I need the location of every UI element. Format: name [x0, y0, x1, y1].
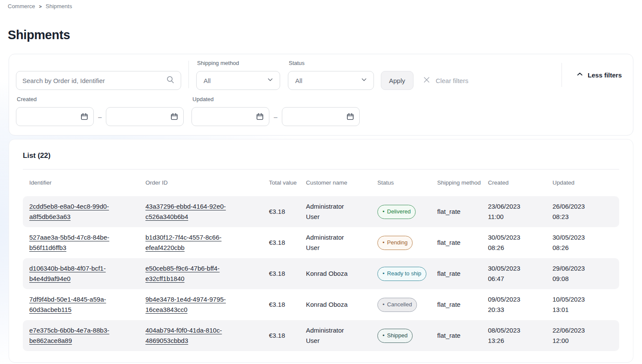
shipping-method-select[interactable]: All [196, 71, 280, 90]
table-row: d106340b-b4b8-4f07-bcf1-b4e4d9af94e0e50c… [23, 258, 619, 289]
status-label: Pending [387, 238, 408, 248]
cell-created: 30/05/2023 08:26 [488, 232, 552, 253]
shipping-method-group: Shipping method All [196, 60, 288, 90]
clear-filters-button[interactable]: Clear filters [423, 71, 469, 90]
cell-status: •Cancelled [377, 298, 437, 312]
date-range-dash: – [274, 113, 277, 120]
date-range-dash: – [98, 113, 102, 120]
filter-divider [188, 61, 189, 88]
clear-group: Clear filters [414, 60, 469, 90]
status-label: Delivered [387, 207, 411, 217]
filters-top-row: Shipping method All Status All [9, 54, 633, 94]
table-body: 2cdd5eb8-e8a0-4ec8-99d0-a8f5db6e3a6343a3… [23, 196, 619, 351]
status-value: All [295, 77, 302, 84]
status-badge: •Cancelled [377, 298, 417, 312]
apply-button[interactable]: Apply [381, 71, 414, 90]
status-label: Status [289, 60, 374, 67]
shipping-method-value: All [204, 77, 211, 84]
customer-name: Konrad Oboza [306, 299, 357, 310]
cell-customer-name: Administrator User [306, 201, 377, 222]
breadcrumb-commerce[interactable]: Commerce [8, 3, 35, 9]
column-header-identifier: Identifier [23, 170, 145, 196]
updated-group: Updated – [191, 96, 359, 126]
order-id-link[interactable]: b1d30f12-7f4c-4557-8c66-efeaf4220cbb [145, 232, 237, 253]
cell-total-value: €3.18 [269, 207, 306, 217]
column-header-order-id: Order ID [145, 170, 269, 196]
table-row: 527aae3a-5b5d-47c8-84be-b56f11d6ffb3b1d3… [23, 227, 619, 258]
identifier-link[interactable]: d106340b-b4b8-4f07-bcf1-b4e4d9af94e0 [29, 263, 120, 284]
updated-to-field [282, 107, 360, 126]
cell-identifier: 527aae3a-5b5d-47c8-84be-b56f11d6ffb3 [23, 232, 145, 253]
cell-shipping-method: flat_rate [437, 330, 488, 341]
less-filters-button[interactable]: Less filters [572, 65, 626, 84]
status-label: Ready to ship [387, 268, 422, 279]
cell-order-id: b1d30f12-7f4c-4557-8c66-efeaf4220cbb [145, 232, 269, 253]
search-group [16, 60, 181, 90]
cell-order-id: 43a37296-ebbd-4164-92e0-c526a340b6b4 [145, 201, 269, 222]
customer-name: Administrator User [306, 232, 357, 253]
updated-from-field [191, 107, 269, 126]
order-id-link[interactable]: 43a37296-ebbd-4164-92e0-c526a340b6b4 [145, 201, 237, 222]
status-group: Status All [288, 60, 374, 90]
cell-total-value: €3.18 [269, 238, 306, 248]
search-box [16, 71, 181, 90]
cell-order-id: 404ab794-f0f0-41da-810c-4869053cbbd3 [145, 325, 269, 346]
calendar-icon[interactable] [80, 113, 88, 120]
clear-filters-label: Clear filters [436, 77, 469, 84]
cell-status: •Shipped [377, 329, 437, 343]
calendar-icon[interactable] [256, 113, 264, 120]
filter-divider [562, 63, 562, 87]
cell-shipping-method: flat_rate [437, 238, 488, 248]
close-icon [423, 76, 430, 85]
customer-name: Administrator User [306, 201, 357, 222]
column-header-created: Created [488, 170, 552, 196]
cell-created: 08/05/2023 13:26 [488, 325, 552, 346]
cell-created: 23/06/2023 11:00 [488, 201, 552, 222]
chevron-down-icon [361, 76, 367, 85]
status-label: Shipped [387, 330, 408, 341]
customer-name: Konrad Oboza [306, 268, 357, 279]
created-group: Created – [16, 96, 184, 126]
page-title: Shipments [8, 28, 642, 42]
identifier-link[interactable]: 7df9f4bd-50e1-4845-a59a-60d3acbeb115 [29, 294, 120, 315]
column-header-shipping-method: Shipping method [437, 170, 488, 196]
cell-total-value: €3.18 [269, 299, 306, 310]
status-badge: •Ready to ship [377, 267, 426, 281]
cell-identifier: 7df9f4bd-50e1-4845-a59a-60d3acbeb115 [23, 294, 145, 315]
column-header-updated: Updated [552, 170, 619, 196]
order-id-link[interactable]: 404ab794-f0f0-41da-810c-4869053cbbd3 [145, 325, 237, 346]
breadcrumb-shipments[interactable]: Shipments [46, 3, 72, 9]
cell-identifier: e7e375cb-6b0b-4e7a-88b3-be862ace8a89 [23, 325, 145, 346]
cell-status: •Pending [377, 236, 437, 250]
status-badge: •Delivered [377, 205, 416, 219]
created-label: Created [17, 96, 184, 103]
created-to-field [106, 107, 184, 126]
calendar-icon[interactable] [170, 113, 178, 120]
calendar-icon[interactable] [346, 113, 354, 120]
column-header-total-value: Total value [269, 170, 306, 196]
status-label: Cancelled [387, 299, 412, 310]
order-id-link[interactable]: 9b4e3478-1e4d-4974-9795-16cea3843cc0 [145, 294, 237, 315]
list-title: List (22) [23, 151, 619, 160]
chevron-down-icon [267, 76, 274, 85]
cell-customer-name: Konrad Oboza [306, 299, 377, 310]
identifier-link[interactable]: 2cdd5eb8-e8a0-4ec8-99d0-a8f5db6e3a63 [29, 201, 120, 222]
breadcrumb: Commerce > Shipments [0, 0, 642, 9]
cell-status: •Ready to ship [377, 267, 437, 281]
cell-identifier: d106340b-b4b8-4f07-bcf1-b4e4d9af94e0 [23, 263, 145, 284]
order-id-link[interactable]: e50ceb85-f9c6-47b6-bff4-e32cff1b1840 [145, 263, 237, 284]
table-row: 7df9f4bd-50e1-4845-a59a-60d3acbeb1159b4e… [23, 289, 619, 320]
table-row: e7e375cb-6b0b-4e7a-88b3-be862ace8a89404a… [23, 320, 619, 351]
table-row: 2cdd5eb8-e8a0-4ec8-99d0-a8f5db6e3a6343a3… [23, 196, 619, 227]
status-select[interactable]: All [288, 71, 374, 90]
search-icon [166, 75, 175, 86]
cell-updated: 26/06/2023 08:23 [552, 201, 619, 222]
status-dot-icon: • [383, 209, 385, 214]
cell-updated: 10/05/2023 13:01 [552, 294, 619, 315]
search-input[interactable] [22, 77, 166, 84]
cell-order-id: 9b4e3478-1e4d-4974-9795-16cea3843cc0 [145, 294, 269, 315]
identifier-link[interactable]: 527aae3a-5b5d-47c8-84be-b56f11d6ffb3 [29, 232, 120, 253]
identifier-link[interactable]: e7e375cb-6b0b-4e7a-88b3-be862ace8a89 [29, 325, 120, 346]
cell-status: •Delivered [377, 205, 437, 219]
column-header-status: Status [377, 170, 437, 196]
